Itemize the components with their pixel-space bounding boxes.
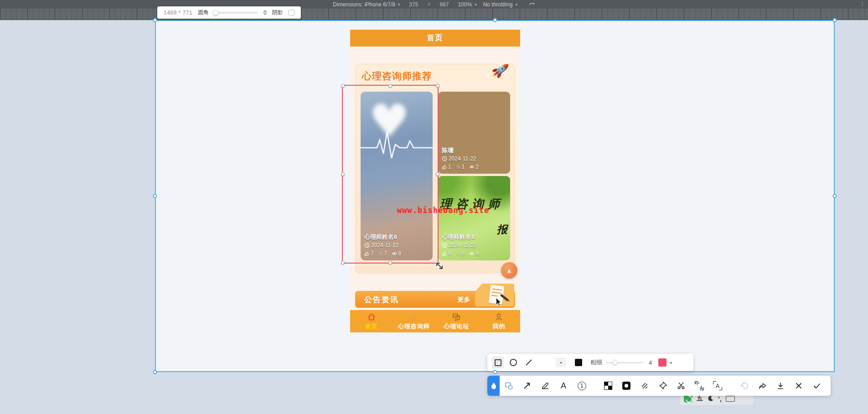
shapes-tool-button[interactable] bbox=[500, 376, 518, 396]
download-icon bbox=[776, 381, 785, 390]
selection-handle[interactable] bbox=[436, 172, 439, 176]
color-drop-tool[interactable] bbox=[487, 376, 500, 396]
canvas-handle-top-right[interactable] bbox=[833, 18, 837, 22]
thickness-value: 4 bbox=[649, 359, 652, 366]
counselor-icon bbox=[409, 312, 419, 322]
overflow-menu-icon[interactable]: ⋮ bbox=[859, 0, 865, 7]
canvas-handle-left-middle[interactable] bbox=[153, 194, 157, 198]
dot-icon bbox=[560, 362, 562, 363]
blur-tool-button[interactable] bbox=[617, 376, 636, 396]
star-count: 1 bbox=[461, 163, 465, 171]
person-icon bbox=[494, 312, 504, 322]
canvas-handle-top-center[interactable] bbox=[493, 18, 497, 22]
dimensions-label: Dimensions: iPhone 6/7/8 bbox=[333, 1, 395, 8]
selection-handle[interactable] bbox=[388, 261, 392, 264]
circle-icon bbox=[510, 359, 517, 366]
arrow-tool-button[interactable] bbox=[518, 376, 536, 396]
chevron-down-icon[interactable]: ▾ bbox=[670, 360, 672, 365]
clock-icon bbox=[442, 156, 447, 161]
nav-item-forum[interactable]: 心理论坛 bbox=[435, 310, 478, 332]
pin-icon bbox=[658, 381, 667, 390]
text-tool-button[interactable]: A bbox=[554, 376, 573, 396]
shadow-checkbox[interactable] bbox=[289, 10, 294, 16]
star-count: 8 bbox=[461, 249, 465, 258]
translate-icon: 中 A bbox=[695, 381, 704, 390]
device-height-field[interactable]: 667 bbox=[437, 1, 451, 8]
annotation-selection-rect[interactable] bbox=[342, 85, 439, 264]
announcement-banner[interactable]: 公告资讯 更多 bbox=[355, 291, 515, 308]
slider-knob[interactable] bbox=[212, 10, 218, 16]
pen-tool-button[interactable] bbox=[536, 376, 554, 396]
horizontal-ruler bbox=[0, 9, 868, 20]
hatch-tool-button[interactable] bbox=[636, 376, 654, 396]
chevron-down-icon: ▾ bbox=[398, 2, 400, 7]
eye-icon bbox=[469, 251, 475, 256]
rotate-device-icon[interactable] bbox=[528, 1, 535, 8]
crop-tool-button[interactable] bbox=[672, 376, 690, 396]
selection-handle[interactable] bbox=[341, 84, 345, 88]
canvas-handle-bottom-left[interactable] bbox=[153, 370, 157, 374]
undo-button[interactable] bbox=[735, 376, 753, 396]
pin-tool-button[interactable] bbox=[654, 376, 672, 396]
device-width-field[interactable]: 375 bbox=[406, 1, 421, 8]
blur-icon bbox=[622, 382, 630, 390]
counselor-card[interactable]: 理咨询师 报 心理师姓名8 2024-11-22 8 ☆8 8 bbox=[438, 176, 510, 260]
more-link[interactable]: 更多 bbox=[458, 295, 470, 304]
ellipse-shape-button[interactable] bbox=[507, 357, 519, 368]
canvas-handle-right-middle[interactable] bbox=[833, 194, 837, 198]
nav-item-counselor[interactable]: 心理咨询师 bbox=[393, 310, 435, 332]
rect-shape-button[interactable] bbox=[492, 357, 504, 368]
line-shape-button[interactable] bbox=[523, 357, 535, 368]
close-icon bbox=[794, 381, 803, 390]
hatch-icon bbox=[640, 381, 649, 390]
thumbs-up-icon bbox=[442, 164, 447, 170]
ime-punct-label[interactable]: ’, bbox=[718, 395, 722, 403]
close-button[interactable] bbox=[790, 376, 808, 396]
section-title: 心理咨询师推荐 bbox=[362, 70, 432, 83]
card-info: 陈珊 2024-11-22 1 ☆1 2 bbox=[442, 146, 482, 171]
card-date: 2024-11-22 bbox=[449, 241, 476, 249]
ocr-tool-button[interactable]: A bbox=[708, 376, 727, 396]
card-info: 心理师姓名8 2024-11-22 8 ☆8 8 bbox=[442, 233, 482, 258]
fill-color-button[interactable] bbox=[575, 359, 582, 366]
stroke-color-swatch[interactable] bbox=[658, 358, 666, 367]
dot-size-button[interactable] bbox=[556, 357, 566, 367]
nav-item-home[interactable]: 首页 bbox=[350, 310, 393, 332]
announcement-title: 公告资讯 bbox=[364, 295, 399, 305]
keyboard-icon[interactable] bbox=[726, 396, 735, 402]
selection-handle[interactable] bbox=[436, 84, 439, 88]
device-selector[interactable]: Dimensions: iPhone 6/7/8 ▾ bbox=[333, 1, 400, 8]
capture-size-label: 1489 * 771 bbox=[164, 10, 192, 16]
star-icon: ☆ bbox=[456, 163, 461, 171]
check-icon bbox=[812, 381, 822, 390]
rocket-icon: 🚀 bbox=[490, 62, 509, 80]
counselor-card[interactable]: 陈珊 2024-11-22 1 ☆1 2 bbox=[438, 92, 510, 174]
card-date: 2024-11-22 bbox=[449, 155, 476, 163]
share-arrow-icon bbox=[758, 381, 767, 390]
selection-handle[interactable] bbox=[341, 261, 345, 264]
square-icon bbox=[495, 359, 501, 366]
mosaic-tool-button[interactable] bbox=[599, 376, 617, 396]
pencil-icon bbox=[541, 381, 550, 390]
annotation-toolbar: A 1 中 A A bbox=[487, 376, 831, 396]
nav-item-mine[interactable]: 我的 bbox=[478, 310, 520, 332]
share-button[interactable] bbox=[753, 376, 771, 396]
canvas-handle-top-left[interactable] bbox=[153, 18, 157, 22]
zoom-value: 100% bbox=[458, 1, 472, 8]
corner-radius-label: 圆角 bbox=[198, 9, 209, 16]
thickness-slider[interactable] bbox=[606, 362, 643, 363]
corner-radius-slider[interactable] bbox=[214, 12, 258, 14]
like-count: 1 bbox=[448, 163, 451, 171]
back-to-top-button[interactable]: ▲ bbox=[501, 262, 517, 279]
download-button[interactable] bbox=[771, 376, 790, 396]
selection-handle[interactable] bbox=[341, 172, 345, 176]
slider-knob[interactable] bbox=[612, 360, 618, 365]
throttling-selector[interactable]: No throttling ▾ bbox=[483, 1, 517, 8]
zoom-selector[interactable]: 100% ▾ bbox=[458, 1, 476, 8]
translate-tool-button[interactable]: 中 A bbox=[690, 376, 708, 396]
selection-handle[interactable] bbox=[388, 84, 392, 88]
number-tool-button[interactable]: 1 bbox=[573, 376, 591, 396]
canvas-handle-bottom-center[interactable] bbox=[493, 370, 497, 374]
confirm-button[interactable] bbox=[808, 376, 826, 396]
moon-icon[interactable] bbox=[707, 395, 714, 402]
